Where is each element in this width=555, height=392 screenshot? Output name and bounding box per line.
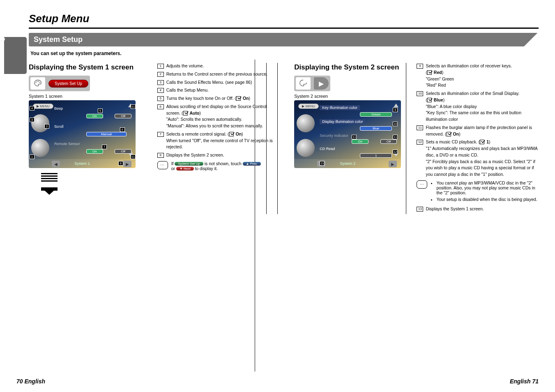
next-button[interactable]: ▶ [314,77,329,90]
continuation-lines-icon [41,173,149,182]
check-icon [427,98,432,102]
num-10: 10 [417,91,423,96]
callout-8: 8 [118,161,123,166]
palette-icon [30,77,45,90]
note-bullet-1: You cannot play an MP3/WMA/VCD disc in t… [436,180,539,195]
remote-sensor-label: Remote Sensor [54,142,80,146]
desc-12: Sets a music CD playback. ( 1) "1" Autom… [426,139,539,178]
desc-11: Flashes the burglar alarm lamp if the pr… [426,125,539,138]
security-on[interactable]: On [352,139,368,144]
heading-system2: Displaying the System 2 screen [294,63,406,71]
note-icon: ⋯ [157,161,168,169]
next-arrow-icon: ▶ [123,161,131,167]
desc-1: Adjusts the volume. [166,63,278,69]
num-9: 9 [417,64,423,69]
palette-icon [296,77,311,90]
callout-7: 7 [102,145,107,149]
desc-13: Displays the System 1 screen. [426,206,539,212]
disp-illum-label: Display illumination color [320,119,365,124]
check-icon [427,70,432,75]
num-1: 1 [157,64,164,69]
beep-off[interactable]: Off [115,114,131,118]
section-subtitle: You can set up the system parameters. [30,51,539,56]
menu-chip: ▶ MENU [33,104,53,109]
note-row-2: ⋯ You cannot play an MP3/WMA/VCD disc in… [417,180,539,203]
dot-icon [535,39,537,41]
num-2: 2 [157,72,164,77]
callout-5: 5 [98,108,103,113]
note-bullet-2: Your setup is disabled when the disc is … [436,197,539,202]
knob-icon [297,114,315,132]
nav-pill: ▶ [294,76,330,91]
prev-arrow-icon: ◀ [52,161,60,167]
callout-3: 3 [30,118,35,122]
num-5: 5 [157,96,164,101]
screenshot-footer: System 2 [294,159,401,168]
next-arrow-icon: ▶ [389,161,397,167]
num-6: 6 [157,104,164,109]
security-label: Security Indicator [320,134,348,138]
note-text: If System Set Up is not shown, touch ▲ P… [171,161,261,171]
check-icon [447,132,451,136]
footer-right: English 71 [510,378,539,385]
section-heading: System Setup [29,33,539,46]
page-title: Setup Menu [29,12,539,25]
num-12: 12 [417,140,423,145]
system-setup-pill: System Set Up [29,76,90,91]
desc-5: Turns the key touch tone On or Off. ( On… [166,95,278,102]
knob-icon [31,114,49,132]
num-11: 11 [417,125,423,130]
key-illum-label: Key Illumination color [320,105,360,110]
check-icon [236,96,241,101]
heading-system1: Displaying the System 1 screen [29,63,149,71]
beep-label: Beep [54,106,63,111]
remote-on[interactable]: On [86,149,103,154]
knob-icon-2 [297,139,315,157]
note-bullets: You cannot play an MP3/WMA/VCD disc in t… [431,180,539,203]
num-7: 7 [157,132,164,137]
callout-11: 11 [352,135,357,139]
desc-10: Selects an illumination color of the Sma… [426,90,539,123]
system-setup-button[interactable]: System Set Up [48,80,88,88]
callout-6: 6 [120,127,125,132]
desc-3: Calls the Sound Effects Menu. (see page … [166,79,278,86]
pill-system-setup: System Set Up [175,162,203,166]
svg-point-1 [37,81,37,82]
callout-9: 9 [393,108,398,112]
check-icon [183,111,188,115]
screenshot1-caption: System 1 screen [29,94,149,99]
desc-4: Calls the Setup Menu. [166,87,278,94]
check-icon [229,132,234,136]
security-off[interactable]: Off [380,139,397,144]
callout-11c: 11 [393,135,398,139]
system2-screenshot: ▶ MENU Key Illumination color Green Disp… [294,100,401,168]
callout-11b: 11 [131,154,136,159]
callout-10: 10 [393,122,398,126]
desc-2: Returns to the Control screen of the pre… [166,71,278,78]
system2-desc-cont: 13Displays the System 1 screen. [417,206,539,212]
cdread-label: CD Read [320,147,335,151]
language-tab-label: English [0,19,5,56]
desc-6: Allows scrolling of text display on the … [166,104,278,129]
num-13: 13 [417,207,423,212]
note-row: ⋯ If System Set Up is not shown, touch ▲… [157,161,278,171]
num-3: 3 [157,80,164,85]
remote-off[interactable]: Off [115,149,131,154]
system1-screenshot: ▶ MENU Beep On Off Scroll Manual [29,100,136,168]
disp-illum-value[interactable]: Blue [360,126,392,131]
scroll-label: Scroll [54,125,64,129]
language-tab: English [4,37,27,74]
beep-on[interactable]: On [86,114,103,118]
num-4: 4 [157,88,164,93]
desc-7: Selects a remote control signal. ( On) W… [166,131,278,150]
screenshot2-caption: System 2 screen [294,94,406,99]
footer-left: 70 English [16,378,45,385]
svg-point-0 [35,82,36,83]
pill-prev: ▲ Prev. [243,162,261,166]
key-illum-value[interactable]: Green [360,112,392,117]
scroll-value[interactable]: Manual [86,132,127,136]
callout-12: 12 [393,150,398,154]
cdread-value[interactable]: 1 [360,153,392,158]
desc-8: Displays the System 2 screen. [166,152,278,159]
page-footer: 70 English English 71 [16,378,539,385]
